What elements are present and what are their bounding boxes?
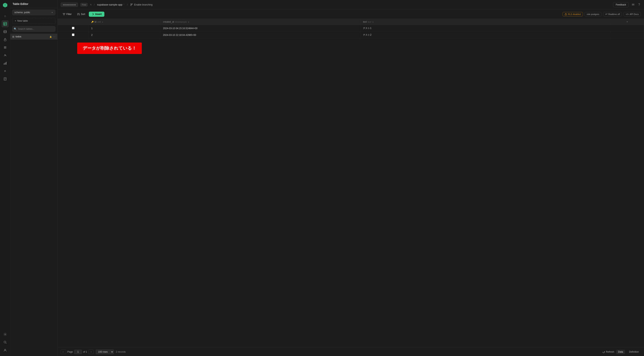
annotation-text: データが削除されている！ — [83, 46, 136, 50]
table-grid-icon: ▦ — [12, 35, 14, 38]
reports-nav-icon[interactable] — [2, 60, 9, 67]
sidebar-header: Table Editor — [10, 0, 57, 8]
table-list: ▦ todos 🔒 ··· — [10, 33, 57, 40]
definition-tab-label: Definition — [629, 350, 639, 353]
sort-button[interactable]: Sort — [75, 12, 87, 16]
header-id-col[interactable]: 🔑 id int8 ∨ — [89, 19, 160, 25]
enable-branching-label: Enable branching — [134, 3, 152, 6]
schema-selector[interactable]: schema: public ▼ — [12, 10, 55, 15]
row-checkbox[interactable] — [72, 27, 74, 29]
api-docs-btn[interactable]: </> API Docs — [624, 12, 641, 16]
new-table-button[interactable]: + New table — [12, 18, 55, 24]
svg-point-13 — [4, 334, 6, 335]
user-nav-icon[interactable] — [2, 346, 9, 354]
queue-nav-icon[interactable]: ≡ — [2, 68, 9, 75]
data-table: 🔑 id int8 ∨ created_at timestamptz ∨ — [58, 19, 644, 38]
realtime-btn[interactable]: Realtime off — [603, 12, 622, 16]
page-of-label: of 1 — [83, 350, 87, 353]
table-row[interactable]: 2 2024-03-10 22:18:04.42985+00 テスト2 — [58, 32, 644, 38]
table-header-row: 🔑 id int8 ∨ created_at timestamptz ∨ — [58, 19, 644, 25]
new-table-label: New table — [17, 20, 28, 22]
row-id-cell[interactable]: 2 — [89, 32, 160, 38]
storage-nav-icon[interactable] — [2, 44, 9, 51]
filter-button[interactable]: Filter — [61, 12, 74, 16]
feedback-button[interactable]: Feedback — [613, 2, 629, 7]
col-created-at-type: timestamptz — [175, 21, 187, 23]
row-text-cell[interactable]: テスト2 — [360, 32, 611, 38]
functions-nav-icon[interactable] — [2, 52, 9, 59]
row-id-cell[interactable]: 1 — [89, 25, 160, 32]
add-column-icon[interactable]: + — [626, 20, 628, 23]
row-empty-cell — [610, 25, 644, 32]
data-tab[interactable]: Data — [616, 350, 625, 354]
auth-nav-icon[interactable] — [2, 36, 9, 43]
main-content: ●●●●●●●●●● Free ⇅ / supabase-sample-app … — [58, 0, 644, 356]
table-row[interactable]: 1 2024-03-10 04:15:16.524844+00 テスト1 — [58, 25, 644, 32]
schema-chevron-icon: ▼ — [51, 12, 53, 14]
mail-icon-btn[interactable]: ✉ — [631, 2, 635, 7]
table-item-todos[interactable]: ▦ todos 🔒 ··· — [10, 34, 57, 40]
svg-rect-20 — [565, 14, 566, 15]
more-options-icon[interactable]: ··· — [53, 35, 55, 38]
page-number-input[interactable] — [74, 350, 82, 354]
code-icon: </> — [626, 13, 629, 15]
database-nav-icon[interactable] — [2, 28, 9, 35]
page-navigation: ← Page of 1 → — [61, 350, 94, 354]
refresh-button[interactable]: Refresh — [602, 350, 614, 353]
insert-label: Insert — [95, 13, 102, 16]
app-title: Table Editor — [12, 2, 28, 6]
definition-tab[interactable]: Definition — [627, 350, 641, 354]
search-nav-icon[interactable] — [2, 339, 9, 346]
col-text-sort-icon: ∨ — [372, 21, 374, 23]
table-name-todos: todos — [16, 35, 48, 38]
svg-rect-0 — [4, 22, 7, 26]
search-tables-input[interactable] — [12, 26, 55, 32]
settings-nav-icon[interactable] — [2, 331, 9, 338]
rls-label: RLS disabled — [568, 13, 581, 15]
docs-nav-icon[interactable] — [2, 76, 9, 82]
row-text-cell[interactable]: テスト1 — [360, 25, 611, 32]
project-chevron-icon: ⇅ — [90, 4, 92, 6]
svg-point-14 — [4, 341, 6, 343]
plus-icon: + — [15, 20, 16, 22]
help-icon-btn[interactable]: ? — [638, 2, 641, 7]
svg-point-19 — [130, 5, 131, 6]
col-created-at-sort-icon: ∨ — [188, 21, 189, 23]
header-created-at-col[interactable]: created_at timestamptz ∨ — [160, 19, 360, 25]
search-tables-icon: 🔍 — [14, 28, 17, 30]
rows-per-page-select[interactable]: 100 rows 500 rows 1000 rows — [96, 350, 114, 354]
free-badge: Free — [80, 3, 88, 6]
lock-icon: 🔒 — [50, 36, 52, 38]
row-checkbox-cell[interactable] — [58, 25, 89, 32]
prev-page-btn[interactable]: ← — [61, 350, 66, 354]
insert-chevron-icon — [92, 13, 94, 16]
sidebar-schema: schema: public ▼ — [10, 8, 57, 17]
enable-branching-btn[interactable]: Enable branching — [130, 3, 152, 6]
row-created-at-cell[interactable]: 2024-03-10 22:18:04.42985+00 — [160, 32, 360, 38]
api-docs-label: API Docs — [630, 13, 639, 15]
next-page-btn[interactable]: → — [88, 350, 94, 354]
role-selector[interactable]: role postgres — [584, 12, 602, 16]
project-selector-label: ●●●●●●●●●● — [63, 4, 76, 6]
rls-disabled-btn[interactable]: RLS disabled — [562, 12, 583, 16]
project-selector[interactable]: ●●●●●●●●●● — [61, 2, 78, 7]
lock-rls-icon — [565, 13, 567, 15]
col-id-name: id — [94, 20, 96, 23]
home-nav-icon[interactable]: ⌂ — [2, 12, 9, 20]
logo[interactable] — [2, 2, 8, 8]
svg-point-4 — [4, 30, 6, 32]
project-name-chevron-icon: ⌃ — [123, 4, 125, 6]
data-tab-label: Data — [618, 350, 623, 353]
realtime-icon — [605, 13, 608, 15]
row-created-at-cell[interactable]: 2024-03-10 04:15:16.524844+00 — [160, 25, 360, 32]
sidebar: Table Editor schema: public ▼ + New tabl… — [10, 0, 58, 356]
row-checkbox-cell[interactable] — [58, 32, 89, 38]
header-text-col[interactable]: text text ∨ — [360, 19, 611, 25]
col-text-type: text — [368, 21, 372, 23]
bottom-bar: ← Page of 1 → 100 rows 500 rows 1000 row… — [58, 347, 644, 356]
row-checkbox[interactable] — [72, 34, 74, 36]
project-name[interactable]: supabase-sample-app ⌃ — [97, 3, 125, 6]
insert-button[interactable]: Insert — [89, 12, 104, 17]
header-add-col[interactable]: + — [610, 19, 644, 25]
table-editor-nav-icon[interactable] — [2, 20, 9, 27]
